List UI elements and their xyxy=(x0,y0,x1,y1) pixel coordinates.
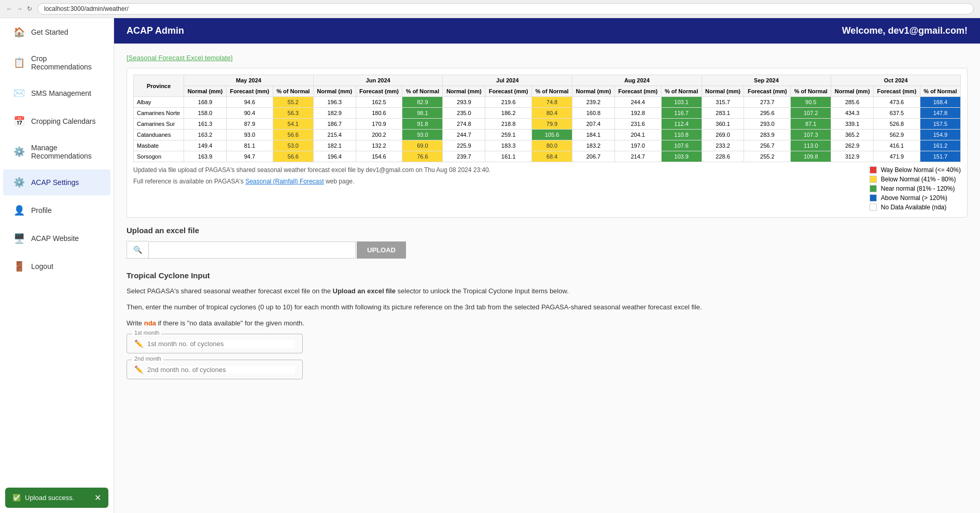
pencil-icon-month1: ✏️ xyxy=(134,339,143,348)
upload-success-toast: ✅ Upload success. ✕ xyxy=(5,488,108,508)
month-header-oct: Oct 2024 xyxy=(831,75,961,86)
month2-input[interactable] xyxy=(147,366,295,374)
weather-table: Province May 2024 Jun 2024 Jul 2024 Aug … xyxy=(133,75,961,162)
forecast-cell: 283.9 xyxy=(744,130,791,140)
sidebar-label-crop-recommendations: Crop Recommendations xyxy=(31,54,100,71)
back-icon[interactable]: ← xyxy=(6,5,12,12)
sidebar-item-logout[interactable]: 🚪 Logout xyxy=(3,253,110,279)
weather-table-section: Province May 2024 Jun 2024 Jul 2024 Aug … xyxy=(127,68,968,218)
pct-cell: 56.3 xyxy=(273,108,313,119)
tropical-desc-1: Select PAGASA's shared seasonal weather … xyxy=(127,286,968,297)
pct-cell: 109.8 xyxy=(791,151,831,162)
col-jul-normal: Normal (mm) xyxy=(443,86,485,97)
normal-cell: 244.7 xyxy=(443,130,485,140)
pagasa-link[interactable]: Seasonal (Rainfall) Forecast xyxy=(245,178,324,185)
normal-cell: 239.2 xyxy=(572,97,615,108)
pct-cell: 154.9 xyxy=(920,130,960,140)
crop-rec-icon: 📋 xyxy=(13,57,25,68)
normal-cell: 163.9 xyxy=(184,151,227,162)
table-row: Camarines Sur161.387.954.1186.7170.991.8… xyxy=(134,119,961,130)
forecast-cell: 197.0 xyxy=(614,140,661,151)
normal-cell: 269.0 xyxy=(702,130,744,140)
normal-cell: 233.2 xyxy=(702,140,744,151)
normal-cell: 168.9 xyxy=(184,97,227,108)
col-jul-forecast: Forecast (mm) xyxy=(485,86,532,97)
sidebar-label-cropping-calendars: Cropping Calendars xyxy=(31,117,96,125)
browser-bar: ← → ↻ localhost:3000/admin/weather/ xyxy=(0,0,980,18)
tropical-desc-3: Write nda if there is "no data available… xyxy=(127,318,968,329)
month1-label: 1st month xyxy=(132,330,161,336)
forecast-cell: 231.6 xyxy=(614,119,661,130)
nda-text: nda xyxy=(144,319,156,327)
month-header-jul: Jul 2024 xyxy=(443,75,572,86)
col-oct-forecast: Forecast (mm) xyxy=(874,86,920,97)
col-aug-pct: % of Normal xyxy=(661,86,702,97)
reference-note: Full reference is available on PAGASA's … xyxy=(133,178,491,185)
sidebar-item-crop-recommendations[interactable]: 📋 Crop Recommendations xyxy=(3,47,110,78)
col-sep-forecast: Forecast (mm) xyxy=(744,86,791,97)
province-column-header: Province xyxy=(134,75,184,97)
normal-cell: 207.4 xyxy=(572,119,615,130)
close-toast-button[interactable]: ✕ xyxy=(94,493,101,503)
normal-cell: 215.4 xyxy=(313,130,356,140)
legend-color-box xyxy=(870,176,877,183)
forecast-cell: 273.7 xyxy=(744,97,791,108)
pct-cell: 93.0 xyxy=(402,130,443,140)
forecast-cell: 200.2 xyxy=(356,130,402,140)
search-button[interactable]: 🔍 xyxy=(127,241,148,259)
sidebar-label-manage-recommendations: Manage Recommendations xyxy=(31,144,100,160)
col-may-forecast: Forecast (mm) xyxy=(226,86,273,97)
pct-cell: 68.4 xyxy=(531,151,572,162)
col-jun-forecast: Forecast (mm) xyxy=(356,86,402,97)
sidebar-item-acap-website[interactable]: 🖥️ ACAP Website xyxy=(3,225,110,251)
main-content: [Seasonal Forecast Excel template] Provi… xyxy=(114,44,980,513)
month1-input[interactable] xyxy=(147,340,295,348)
tropical-cyclone-title: Tropical Cyclone Input xyxy=(127,271,968,280)
province-cell: Sorsogon xyxy=(134,151,184,162)
normal-cell: 274.8 xyxy=(443,119,485,130)
upload-button[interactable]: UPLOAD xyxy=(357,241,406,259)
sidebar-item-cropping-calendars[interactable]: 📅 Cropping Calendars xyxy=(3,108,110,134)
upload-success-message: Upload success. xyxy=(25,494,74,502)
sidebar-item-profile[interactable]: 👤 Profile xyxy=(3,197,110,223)
sidebar-item-manage-recommendations[interactable]: ⚙️ Manage Recommendations xyxy=(3,136,110,167)
normal-cell: 315.7 xyxy=(702,97,744,108)
forecast-cell: 170.9 xyxy=(356,119,402,130)
forecast-cell: 637.5 xyxy=(874,108,920,119)
sidebar-item-get-started[interactable]: 🏠 Get Started xyxy=(3,19,110,45)
normal-cell: 196.3 xyxy=(313,97,356,108)
refresh-icon[interactable]: ↻ xyxy=(27,5,32,12)
pct-cell: 151.7 xyxy=(920,151,960,162)
normal-cell: 160.8 xyxy=(572,108,615,119)
pct-cell: 56.6 xyxy=(273,130,313,140)
sms-icon: ✉️ xyxy=(13,88,25,99)
file-input[interactable] xyxy=(148,241,356,259)
home-icon: 🏠 xyxy=(13,26,25,38)
normal-cell: 339.1 xyxy=(831,119,874,130)
forward-icon[interactable]: → xyxy=(17,5,23,12)
col-sep-normal: Normal (mm) xyxy=(702,86,744,97)
template-link[interactable]: [Seasonal Forecast Excel template] xyxy=(127,54,968,62)
profile-icon: 👤 xyxy=(13,205,25,216)
forecast-cell: 192.8 xyxy=(614,108,661,119)
pct-cell: 91.8 xyxy=(402,119,443,130)
sidebar-label-acap-website: ACAP Website xyxy=(31,234,79,243)
province-cell: Catanduanes xyxy=(134,130,184,140)
forecast-cell: 204.1 xyxy=(614,130,661,140)
col-oct-pct: % of Normal xyxy=(920,86,960,97)
url-bar[interactable]: localhost:3000/admin/weather/ xyxy=(37,3,974,15)
col-oct-normal: Normal (mm) xyxy=(831,86,874,97)
normal-cell: 228.6 xyxy=(702,151,744,162)
legend-color-box xyxy=(870,204,877,211)
province-cell: Albay xyxy=(134,97,184,108)
browser-nav-icons: ← → ↻ xyxy=(6,5,32,12)
col-may-normal: Normal (mm) xyxy=(184,86,227,97)
forecast-cell: 562.9 xyxy=(874,130,920,140)
legend-area: Way Below Normal (<= 40%)Below Normal (4… xyxy=(870,166,961,211)
pct-cell: 80.0 xyxy=(531,140,572,151)
forecast-cell: 186.2 xyxy=(485,108,532,119)
pct-cell: 54.1 xyxy=(273,119,313,130)
normal-cell: 182.1 xyxy=(313,140,356,151)
sidebar-item-sms-management[interactable]: ✉️ SMS Management xyxy=(3,80,110,106)
sidebar-item-acap-settings[interactable]: ⚙️ ACAP Settings xyxy=(3,169,110,195)
